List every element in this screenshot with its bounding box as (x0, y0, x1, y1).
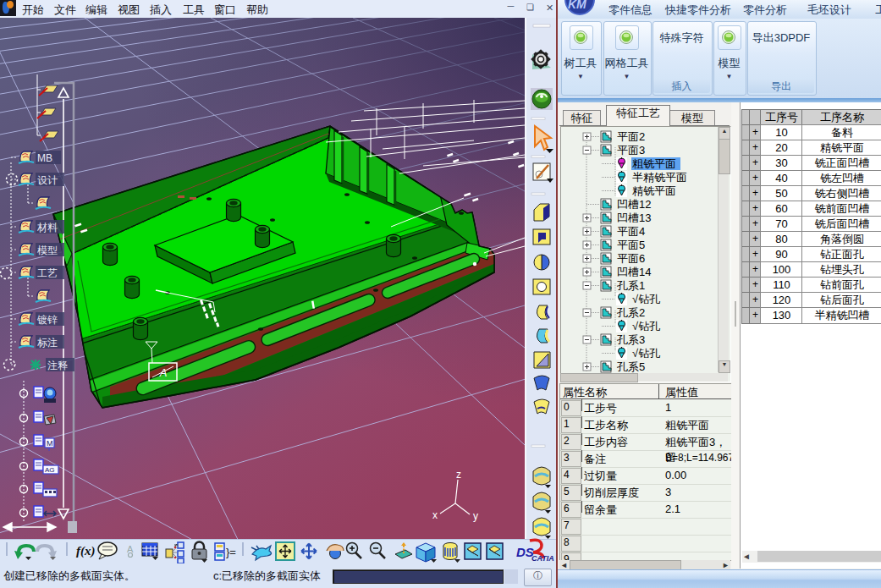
svg-text:孔系1: 孔系1 (616, 279, 645, 292)
svg-text:孔系3: 孔系3 (616, 333, 645, 346)
svg-text:平面3: 平面3 (617, 144, 645, 157)
svg-text:√钻孔: √钻孔 (632, 320, 660, 332)
svg-text:材料: 材料 (36, 222, 58, 234)
svg-text:粗铣平面: 粗铣平面 (632, 157, 676, 170)
svg-text:设计: 设计 (37, 174, 58, 186)
svg-text:}=: }= (226, 546, 236, 558)
svg-text:f(x): f(x) (76, 544, 96, 558)
svg-text:工艺: 工艺 (37, 267, 58, 279)
svg-text:标注: 标注 (37, 337, 58, 349)
svg-text:注释: 注释 (47, 360, 68, 371)
svg-text:A: A (159, 366, 168, 379)
svg-text:镀锌: 镀锌 (36, 314, 58, 326)
svg-text:平面6: 平面6 (617, 252, 645, 265)
svg-text:孔系5: 孔系5 (616, 360, 645, 373)
svg-text:x: x (432, 509, 438, 521)
svg-text:√钻孔: √钻孔 (632, 347, 660, 360)
svg-text:凹槽14: 凹槽14 (617, 266, 651, 278)
svg-text:平面4: 平面4 (617, 225, 645, 238)
svg-text:z: z (456, 469, 461, 481)
svg-text:模型: 模型 (37, 245, 58, 256)
svg-text:√钻孔: √钻孔 (632, 293, 660, 305)
svg-text:CATIA: CATIA (531, 554, 554, 563)
svg-text:半精铣平面: 半精铣平面 (632, 171, 687, 184)
svg-text:MB: MB (37, 152, 52, 164)
svg-text:AG: AG (45, 466, 55, 474)
svg-text:孔系2: 孔系2 (616, 306, 645, 319)
svg-text:平面5: 平面5 (617, 239, 645, 251)
svg-text:凹槽13: 凹槽13 (617, 212, 651, 224)
svg-text:凹槽12: 凹槽12 (617, 198, 651, 211)
svg-text:M: M (47, 439, 53, 448)
svg-text:y: y (473, 510, 478, 522)
svg-text:精铣平面: 精铣平面 (632, 184, 676, 197)
svg-text:平面2: 平面2 (617, 130, 645, 143)
